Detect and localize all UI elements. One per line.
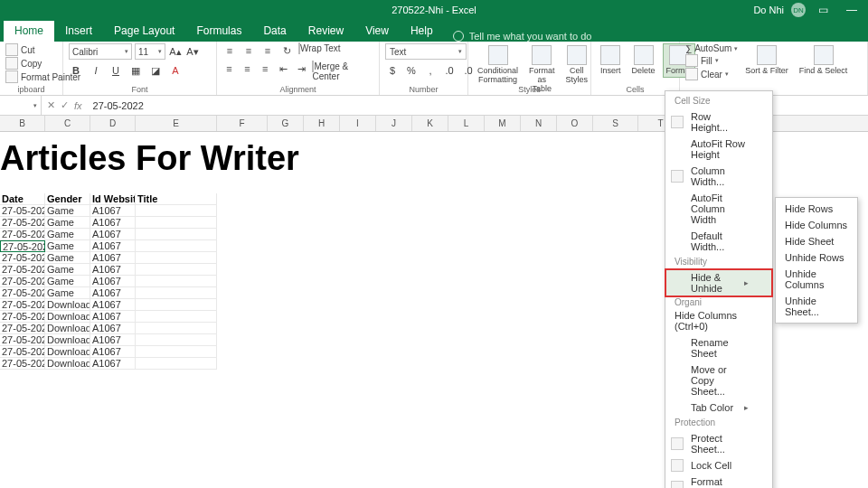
cell[interactable]: Game <box>45 287 90 299</box>
cell[interactable]: Download <box>45 334 90 346</box>
clear-button[interactable]: Clear ▾ <box>685 68 738 80</box>
col-header-d[interactable]: D <box>90 116 136 131</box>
cell[interactable]: A1067 <box>90 358 136 370</box>
cell[interactable] <box>136 358 217 370</box>
cell[interactable]: Game <box>45 229 90 240</box>
merge-center-button[interactable]: Merge & Center <box>312 61 373 81</box>
cell[interactable] <box>136 205 217 217</box>
name-box[interactable]: ▾ <box>0 96 42 115</box>
tab-help[interactable]: Help <box>400 21 444 42</box>
cell[interactable]: 27-05-2022 <box>0 334 45 346</box>
col-header-c[interactable]: C <box>45 116 90 131</box>
col-header-k[interactable]: K <box>412 116 448 131</box>
col-header-h[interactable]: H <box>304 116 340 131</box>
cell[interactable]: A1067 <box>90 240 136 252</box>
underline-button[interactable]: U <box>108 63 123 78</box>
fill-color-button[interactable]: ◪ <box>148 63 163 78</box>
table-row[interactable]: 27-05-2022GameA1067 <box>0 264 217 276</box>
table-row[interactable]: 27-05-2022GameA1067 <box>0 229 217 240</box>
minimize-icon[interactable]: — <box>841 4 863 16</box>
cell[interactable]: 27-05-2022 <box>0 311 45 323</box>
cell[interactable] <box>136 346 217 358</box>
orientation-icon[interactable]: ↻ <box>279 43 294 58</box>
cell[interactable] <box>136 287 217 299</box>
unhide-columns-item[interactable]: Unhide Columns <box>776 266 857 293</box>
ribbon-options-icon[interactable]: ▭ <box>813 4 834 16</box>
number-format-select[interactable]: Text▾ <box>385 43 467 60</box>
table-row[interactable]: 27-05-2022GameA1067 <box>0 240 217 252</box>
tab-page-layout[interactable]: Page Layout <box>103 21 185 42</box>
insert-button[interactable]: Insert <box>597 43 625 78</box>
table-row[interactable]: 27-05-2022DownloadA1067 <box>0 311 217 323</box>
default-width-item[interactable]: Default Width... <box>665 228 772 255</box>
unhide-rows-item[interactable]: Unhide Rows <box>776 249 857 266</box>
hide-sheet-item[interactable]: Hide Sheet <box>776 233 857 249</box>
table-row[interactable]: 27-05-2022DownloadA1067 <box>0 334 217 346</box>
unhide-sheet-item[interactable]: Unhide Sheet... <box>776 293 857 320</box>
cell[interactable]: Game <box>45 240 90 252</box>
align-mid-icon[interactable]: ≡ <box>241 43 256 58</box>
cell[interactable]: Game <box>45 205 90 217</box>
hide-unhide-item[interactable]: Hide & Unhide▸ <box>665 269 772 296</box>
border-button[interactable]: ▦ <box>128 63 143 78</box>
col-header-m[interactable]: M <box>485 116 521 131</box>
table-row[interactable]: 27-05-2022GameA1067 <box>0 217 217 229</box>
tab-formulas[interactable]: Formulas <box>185 21 252 42</box>
tab-data[interactable]: Data <box>252 21 297 42</box>
cell[interactable]: A1067 <box>90 346 136 358</box>
col-header-s[interactable]: S <box>593 116 638 131</box>
table-row[interactable]: 27-05-2022DownloadA1067 <box>0 299 217 311</box>
cell[interactable]: A1067 <box>90 217 136 229</box>
cell[interactable]: A1067 <box>90 323 136 334</box>
cell[interactable]: A1067 <box>90 276 136 287</box>
cell[interactable]: 27-05-2022 <box>0 358 45 370</box>
cell[interactable] <box>136 323 217 334</box>
cell-styles-button[interactable]: Cell Styles <box>562 43 592 87</box>
align-top-icon[interactable]: ≡ <box>222 43 237 58</box>
cell[interactable]: 27-05-2022 <box>0 240 45 252</box>
cell[interactable]: A1067 <box>90 311 136 323</box>
enter-fx-icon[interactable]: ✓ <box>61 99 69 111</box>
cell[interactable] <box>136 217 217 229</box>
cell[interactable] <box>136 229 217 240</box>
tab-review[interactable]: Review <box>297 21 354 42</box>
cell[interactable]: A1067 <box>90 252 136 264</box>
table-row[interactable]: 27-05-2022GameA1067 <box>0 252 217 264</box>
autofit-col-item[interactable]: AutoFit Column Width <box>665 190 772 228</box>
table-row[interactable]: 27-05-2022GameA1067 <box>0 287 217 299</box>
cell[interactable] <box>136 299 217 311</box>
lock-cell-item[interactable]: Lock Cell <box>665 457 772 474</box>
cell[interactable]: A1067 <box>90 287 136 299</box>
cell[interactable]: 27-05-2022 <box>0 323 45 334</box>
cell[interactable]: 27-05-2022 <box>0 252 45 264</box>
tab-home[interactable]: Home <box>4 21 54 42</box>
formula-value[interactable]: 27-05-2022 <box>88 100 149 111</box>
cell[interactable] <box>136 264 217 276</box>
tab-insert[interactable]: Insert <box>54 21 103 42</box>
col-header-i[interactable]: I <box>340 116 376 131</box>
cell[interactable]: A1067 <box>90 229 136 240</box>
cell[interactable]: Game <box>45 252 90 264</box>
col-width-item[interactable]: Column Width... <box>665 163 772 190</box>
hide-columns-item[interactable]: Hide Columns <box>776 217 857 233</box>
cell[interactable]: 27-05-2022 <box>0 264 45 276</box>
cell[interactable]: Download <box>45 323 90 334</box>
col-header-o[interactable]: O <box>557 116 593 131</box>
table-row[interactable]: 27-05-2022DownloadA1067 <box>0 346 217 358</box>
cell[interactable]: 27-05-2022 <box>0 299 45 311</box>
cell[interactable]: A1067 <box>90 334 136 346</box>
col-header-e[interactable]: E <box>136 116 217 131</box>
cell[interactable]: A1067 <box>90 299 136 311</box>
table-row[interactable]: 27-05-2022GameA1067 <box>0 276 217 287</box>
col-header-g[interactable]: G <box>268 116 304 131</box>
cell[interactable] <box>136 276 217 287</box>
fx-icon[interactable]: fx <box>74 100 82 111</box>
tab-view[interactable]: View <box>354 21 400 42</box>
cell[interactable]: 27-05-2022 <box>0 229 45 240</box>
format-cells-item[interactable]: Format Cells... <box>665 474 772 488</box>
cell[interactable]: Download <box>45 346 90 358</box>
cell[interactable]: Download <box>45 358 90 370</box>
cell[interactable]: 27-05-2022 <box>0 205 45 217</box>
user-name[interactable]: Do Nhi <box>753 5 784 15</box>
cell[interactable]: 27-05-2022 <box>0 217 45 229</box>
